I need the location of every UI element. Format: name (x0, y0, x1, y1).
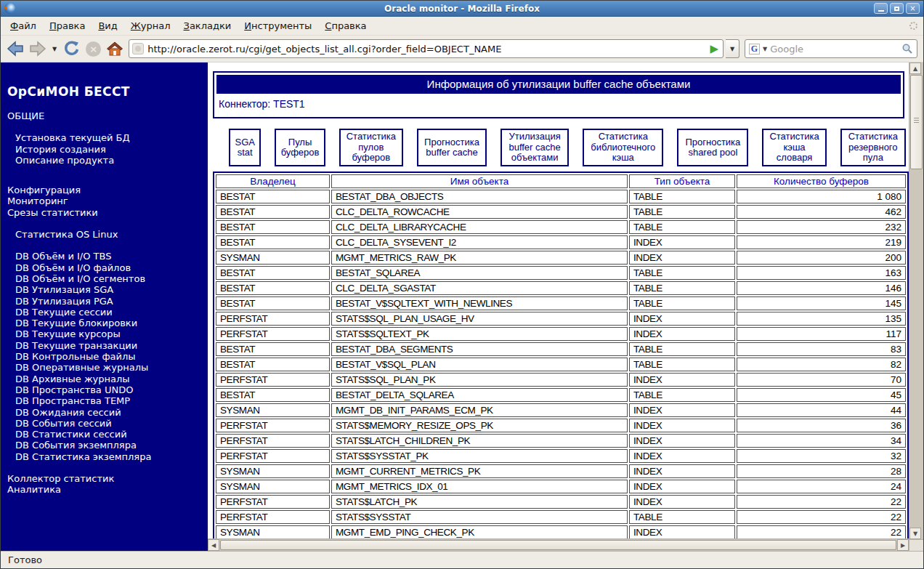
sidebar-item[interactable]: DB Ожидания сессий (7, 407, 205, 418)
owner-cell: PERFSTAT (216, 434, 330, 448)
sidebar-item[interactable]: DB Статистика экземпляра (7, 451, 205, 462)
table-row: PERFSTATSTATS$LATCH_CHILDREN_PKINDEX34 (216, 434, 906, 448)
forward-button[interactable] (29, 41, 46, 57)
menu-item-Инструменты[interactable]: Инструменты (238, 18, 318, 33)
tab-button[interactable]: Статистика библиотечного кэша (583, 129, 663, 166)
sidebar-item[interactable]: DB События экземпляра (7, 440, 205, 451)
sidebar-item[interactable]: DB Текущие курсоры (7, 328, 205, 339)
sidebar-item[interactable]: Описание продукта (7, 155, 205, 166)
horizontal-scrollbar[interactable]: ◀ ▶ (208, 538, 909, 551)
tab-button[interactable]: SGA stat (229, 129, 261, 166)
main-column: Информация об утилизации buffer cache об… (208, 62, 909, 551)
search-input[interactable]: Google (770, 44, 899, 55)
sidebar-item[interactable]: Мониторинг (7, 195, 205, 206)
maximize-button[interactable] (890, 3, 904, 14)
buffer-count-cell: 145 (737, 296, 906, 310)
menu-item-Файл[interactable]: Файл (4, 18, 43, 33)
sidebar-item[interactable]: DB Оперативные журналы (7, 362, 205, 373)
object-name-cell: CLC_DELTA_LIBRARYCACHE (331, 220, 628, 234)
close-icon: × (909, 4, 915, 13)
tab-button[interactable]: Статистика кэша словаря (762, 129, 826, 166)
sidebar-item[interactable]: Установка текущей БД (7, 132, 205, 143)
table-row: PERFSTATSTATS$SQLTEXT_PKINDEX117 (216, 327, 906, 341)
google-engine-icon[interactable]: G (749, 44, 760, 55)
tab-button[interactable]: Утилизация buffer cache объектами (500, 129, 569, 166)
close-button[interactable]: × (906, 3, 920, 14)
object-type-cell: TABLE (629, 388, 735, 402)
sidebar-item[interactable]: DB Пространства UNDO (7, 384, 205, 395)
tab-button[interactable]: Прогностика buffer cache (417, 129, 487, 166)
sidebar-item[interactable]: Аналитика (7, 484, 205, 495)
sidebar-item[interactable]: DB Объём и I/O сегментов (7, 273, 205, 284)
horizontal-scroll-thumb[interactable] (220, 540, 896, 550)
table-row: PERFSTATSTATS$SQL_PLAN_USAGE_HVINDEX135 (216, 312, 906, 326)
sidebar-item[interactable]: DB Объём и I/O TBS (7, 251, 205, 262)
url-history-dropdown[interactable]: ▼ (726, 39, 739, 58)
sidebar-item[interactable]: DB Архивные журналы (7, 374, 205, 384)
scroll-down-icon[interactable]: ▼ (909, 528, 921, 539)
object-type-cell: INDEX (629, 495, 735, 509)
menu-item-Вид[interactable]: Вид (92, 18, 123, 33)
table-row: BESTATBESTAT_DBA_OBJECTSTABLE1 080 (216, 190, 906, 203)
menu-item-Правка[interactable]: Правка (43, 18, 92, 33)
scroll-up-icon[interactable]: ▲ (909, 62, 921, 74)
sidebar-item[interactable]: DB Утилизация PGA (7, 296, 205, 307)
stop-button[interactable]: × (86, 41, 101, 57)
sidebar-item[interactable]: DB Текущие блокировки (7, 318, 205, 328)
sidebar-item[interactable]: DB Утилизация SGA (7, 284, 205, 295)
sidebar-item[interactable]: DB Текущие транзакции (7, 340, 205, 351)
table-row: BESTATCLC_DELTA_SGASTATTABLE146 (216, 281, 906, 295)
column-header-sort[interactable]: Тип объекта (629, 174, 735, 188)
home-button[interactable] (106, 41, 123, 57)
sidebar-item[interactable]: DB Текущие сессии (7, 307, 205, 318)
object-name-cell: BESTAT_DBA_OBJECTS (331, 190, 628, 203)
sidebar-item[interactable]: История создания (7, 144, 205, 155)
object-name-cell: STATS$SYSSTAT (331, 510, 628, 524)
tab-button[interactable]: Статистика резервного пула (840, 129, 906, 166)
sidebar-item[interactable]: Конфигурация (7, 185, 205, 195)
vertical-scroll-thumb[interactable] (910, 75, 923, 169)
object-type-cell: INDEX (629, 419, 735, 432)
sidebar-item[interactable]: DB Объём и I/O файлов (7, 262, 205, 273)
sidebar-item[interactable]: ОБЩИЕ (7, 110, 205, 121)
vertical-scrollbar[interactable]: ▲ ▼ (909, 62, 923, 551)
history-dropdown-icon[interactable]: ▼ (52, 46, 57, 52)
sidebar-item[interactable]: DB События сессий (7, 418, 205, 429)
url-input[interactable]: http://oracle.zerot.ru/cgi/get_objects_l… (147, 44, 706, 55)
tab-button[interactable]: Статистика пулов буферов (339, 129, 403, 166)
tab-button[interactable]: Прогностика shared pool (677, 129, 748, 166)
tab-button[interactable]: Пулы буферов (275, 129, 325, 166)
sidebar-item[interactable]: DB Статистики сессий (7, 429, 205, 440)
menu-item-Справка[interactable]: Справка (318, 18, 373, 33)
vertical-scroll-track[interactable] (909, 169, 923, 528)
object-name-cell: STATS$MEMORY_RESIZE_OPS_PK (331, 419, 628, 432)
object-type-cell: INDEX (629, 464, 735, 478)
table-row: BESTATBESTAT_DBA_SEGMENTSTABLE83 (216, 342, 906, 356)
search-engine-dropdown-icon[interactable]: ▼ (763, 46, 767, 52)
column-header-sort[interactable]: Владелец (216, 174, 330, 188)
go-button[interactable]: ▶ (710, 42, 720, 55)
scroll-left-icon[interactable]: ◀ (208, 539, 219, 551)
url-bar[interactable]: http://oracle.zerot.ru/cgi/get_objects_l… (129, 39, 724, 58)
sidebar-item[interactable]: DB Пространства TEMP (7, 395, 205, 406)
column-header-sort[interactable]: Количество буферов (737, 174, 906, 188)
sidebar-item[interactable]: DB Контрольные файлы (7, 351, 205, 362)
sidebar-item[interactable]: Статистика OS Linux (7, 229, 205, 240)
object-name-cell: MGMT_DB_INIT_PARAMS_ECM_PK (331, 403, 628, 417)
reload-button[interactable] (62, 40, 81, 57)
sidebar-item[interactable]: Срезы статистики (7, 207, 205, 218)
table-row: SYSMANMGMT_DB_INIT_PARAMS_ECM_PKINDEX44 (216, 403, 906, 417)
menu-item-Журнал[interactable]: Журнал (124, 18, 177, 33)
buffer-count-cell: 146 (737, 281, 906, 295)
sidebar-item[interactable]: Коллектор статистик (7, 473, 205, 484)
buffer-count-cell: 22 (737, 495, 906, 509)
back-button[interactable] (7, 41, 24, 57)
minimize-button[interactable] (874, 3, 888, 14)
scroll-right-icon[interactable]: ▶ (897, 539, 909, 551)
owner-cell: BESTAT (216, 358, 330, 371)
object-name-cell: STATS$LATCH_PK (331, 495, 628, 509)
column-header-sort[interactable]: Имя объекта (331, 174, 628, 188)
menu-item-Закладки[interactable]: Закладки (177, 18, 238, 33)
search-bar[interactable]: G ▼ Google (745, 39, 917, 58)
table-row: PERFSTATSTATS$SQL_PLAN_PKINDEX70 (216, 373, 906, 387)
